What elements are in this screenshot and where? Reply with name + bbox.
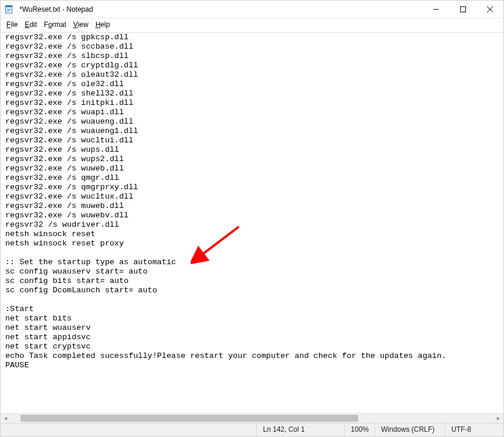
menu-format[interactable]: Format xyxy=(42,19,68,30)
status-encoding: UTF-8 xyxy=(445,424,503,436)
titlebar: *WuReset.txt - Notepad xyxy=(1,1,503,18)
text-content[interactable]: regsvr32.exe /s gpkcsp.dll regsvr32.exe … xyxy=(1,33,503,413)
minimize-button[interactable] xyxy=(423,1,450,18)
close-button[interactable] xyxy=(476,1,503,18)
scroll-right-icon[interactable]: ► xyxy=(493,414,503,424)
menu-file[interactable]: File xyxy=(4,19,20,30)
svg-rect-1 xyxy=(6,5,12,7)
menu-view[interactable]: View xyxy=(71,19,91,30)
status-position: Ln 142, Col 1 xyxy=(256,424,344,436)
menu-help[interactable]: Help xyxy=(93,19,112,30)
scrollbar-track[interactable] xyxy=(20,414,484,423)
window-title: *WuReset.txt - Notepad xyxy=(17,5,93,13)
maximize-button[interactable] xyxy=(450,1,476,18)
notepad-icon xyxy=(1,5,17,14)
status-line-ending: Windows (CRLF) xyxy=(375,424,445,436)
status-zoom: 100% xyxy=(344,424,375,436)
svg-rect-6 xyxy=(461,6,466,12)
statusbar: Ln 142, Col 1 100% Windows (CRLF) UTF-8 xyxy=(1,423,503,436)
menu-edit[interactable]: Edit xyxy=(22,19,39,30)
menubar: File Edit Format View Help xyxy=(1,18,503,32)
scroll-left-icon[interactable]: ◄ xyxy=(1,414,11,424)
horizontal-scrollbar[interactable]: ◄ ► xyxy=(1,413,503,423)
scrollbar-thumb[interactable] xyxy=(20,415,358,422)
editor-area: regsvr32.exe /s gpkcsp.dll regsvr32.exe … xyxy=(1,32,503,413)
